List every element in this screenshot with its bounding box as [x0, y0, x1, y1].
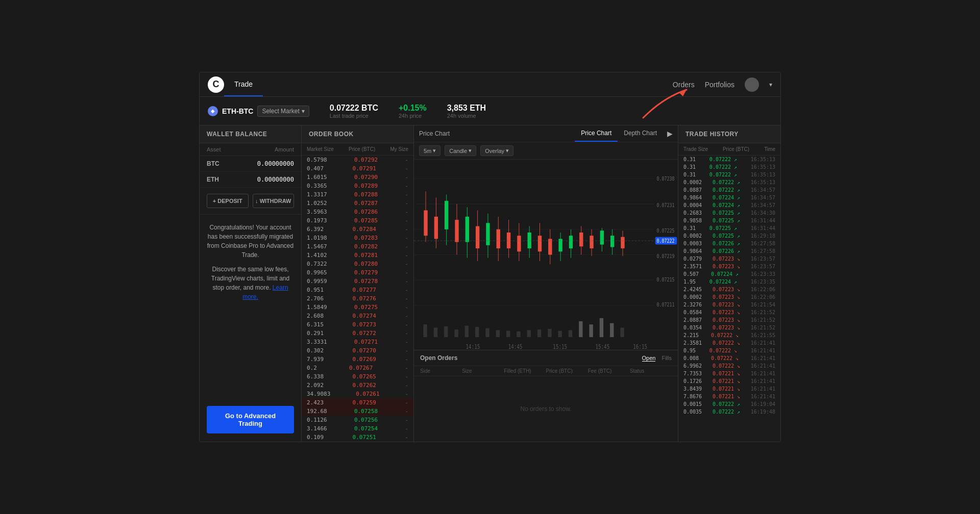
order-book-row[interactable]: 1.0252 0.07287 - — [302, 199, 413, 208]
last-trade-price: 0.07222 BTC Last trade price — [330, 104, 378, 119]
svg-text:15:45: 15:45 — [595, 343, 609, 350]
svg-rect-39 — [590, 236, 593, 248]
main-content: Wallet Balance Asset Amount BTC 0.000000… — [200, 125, 780, 442]
order-book-row[interactable]: 0.5798 0.07292 - — [302, 156, 413, 164]
order-book-row[interactable]: 1.0198 0.07283 - — [302, 234, 413, 242]
timeframe-selector[interactable]: 5m ▾ — [419, 145, 440, 156]
candlestick-svg: 0.07238 0.07231 0.07225 0.07222 0.07219 … — [414, 160, 678, 350]
trade-history-columns: Trade Size Price (BTC) Time — [678, 143, 780, 156]
wallet-table-header: Asset Amount — [200, 143, 301, 156]
order-book-row[interactable]: 0.2 0.07267 - — [302, 364, 413, 372]
order-book-row[interactable]: 0.7322 0.07280 - — [302, 260, 413, 268]
trade-history-row: 0.008 0.07222 ↘ 16:21:41 — [678, 354, 780, 362]
order-book-row[interactable]: 0.951 0.07277 - — [302, 286, 413, 294]
order-book-panel: Order Book Market Size Price (BTC) My Si… — [302, 125, 414, 442]
chart-panel: Price Chart Price Chart Depth Chart ▶ 5m… — [414, 125, 678, 442]
nav-portfolios[interactable]: Portfolios — [705, 81, 734, 89]
goto-advanced-trading-button[interactable]: Go to Advanced Trading — [207, 406, 294, 433]
svg-rect-19 — [486, 223, 489, 245]
order-book-row[interactable]: 2.608 0.07274 - — [302, 312, 413, 320]
order-book-row[interactable]: 192.68 0.07258 - — [302, 407, 413, 416]
coinbase-logo[interactable]: C — [208, 76, 224, 93]
order-book-row[interactable]: 3.1466 0.07254 - — [302, 424, 413, 433]
user-menu-chevron[interactable]: ▾ — [769, 81, 772, 88]
svg-rect-17 — [476, 226, 479, 249]
svg-text:0.07211: 0.07211 — [656, 301, 674, 307]
order-book-row[interactable]: 0.1973 0.07285 - — [302, 216, 413, 225]
svg-rect-45 — [621, 237, 624, 248]
order-book-row[interactable]: 1.5849 0.07275 - — [302, 303, 413, 312]
order-book-row[interactable]: 2.423 0.07259 - — [302, 398, 413, 407]
svg-rect-66 — [537, 329, 541, 337]
price-change: +0.15% 24h price — [399, 104, 427, 119]
chart-expand-btn[interactable]: ▶ — [667, 130, 673, 138]
order-book-row[interactable]: 2.092 0.07262 - — [302, 381, 413, 390]
svg-rect-71 — [589, 324, 593, 337]
order-book-row[interactable]: 0.9959 0.07278 - — [302, 277, 413, 286]
order-book-row[interactable]: 7.939 0.07269 - — [302, 355, 413, 364]
svg-text:0.07222: 0.07222 — [656, 238, 674, 244]
withdraw-button[interactable]: ↓ WITHDRAW — [253, 194, 295, 208]
nav-orders[interactable]: Orders — [673, 81, 695, 89]
svg-rect-27 — [527, 233, 531, 248]
trade-history-row: 0.0015 0.07222 ↗ 16:19:04 — [678, 400, 780, 408]
trade-history-row: 0.0004 0.07224 ↗ 16:34:57 — [678, 201, 780, 209]
trade-history-row: 0.31 0.07222 ↗ 16:35:13 — [678, 171, 780, 178]
order-book-row[interactable]: 2.706 0.07276 - — [302, 294, 413, 303]
trade-history-row: 0.31 0.07222 ↗ 16:35:13 — [678, 163, 780, 171]
user-avatar[interactable] — [745, 78, 759, 92]
svg-rect-41 — [600, 230, 604, 244]
svg-rect-13 — [455, 220, 458, 242]
left-panel: Wallet Balance Asset Amount BTC 0.000000… — [200, 125, 302, 442]
svg-rect-67 — [548, 329, 551, 337]
trade-history-row: 0.0584 0.07223 ↘ 16:21:52 — [678, 309, 780, 316]
order-book-row[interactable]: 1.3317 0.07288 - — [302, 190, 413, 199]
order-book-row[interactable]: 0.291 0.07272 - — [302, 329, 413, 338]
svg-rect-15 — [465, 217, 469, 242]
order-book-row[interactable]: 1.4102 0.07281 - — [302, 251, 413, 260]
trade-history-row: 0.0002 0.07222 ↗ 16:35:13 — [678, 178, 780, 186]
nav-tabs: Trade — [224, 72, 263, 96]
top-nav: C Trade Orders Portfolios ▾ — [200, 72, 780, 97]
order-book-row[interactable]: 6.392 0.07284 - — [302, 225, 413, 234]
trade-history-header: Trade History — [678, 125, 780, 143]
order-book-row[interactable]: 34.9083 0.07261 - — [302, 390, 413, 398]
svg-text:14:45: 14:45 — [508, 343, 523, 350]
svg-rect-23 — [507, 233, 510, 248]
svg-text:15:15: 15:15 — [553, 343, 567, 350]
order-book-row[interactable]: 1.6015 0.07290 - — [302, 173, 413, 182]
select-market-btn[interactable]: Select Market ▾ — [257, 106, 309, 117]
order-book-row[interactable]: 6.338 0.07265 - — [302, 372, 413, 381]
order-book-row[interactable]: 0.109 0.07251 - — [302, 433, 413, 442]
svg-text:0.07231: 0.07231 — [656, 202, 674, 208]
order-book-row[interactable]: 1.5467 0.07282 - — [302, 242, 413, 251]
chart-tab-depth[interactable]: Depth Chart — [618, 125, 663, 142]
overlay-selector[interactable]: Overlay ▾ — [480, 145, 513, 156]
order-book-row[interactable]: 6.315 0.07273 - — [302, 320, 413, 329]
wallet-actions: + DEPOSIT ↓ WITHDRAW — [200, 188, 301, 214]
svg-rect-29 — [538, 236, 542, 251]
trade-history-row: 0.31 0.07222 ↗ 16:35:13 — [678, 156, 780, 163]
order-book-row[interactable]: 3.3331 0.07271 - — [302, 338, 413, 346]
trade-history-row: 2.4245 0.07223 ↘ 16:22:06 — [678, 286, 780, 293]
chart-area: 0.07238 0.07231 0.07225 0.07222 0.07219 … — [414, 160, 678, 350]
svg-text:0.07238: 0.07238 — [656, 175, 674, 182]
candle-type-selector[interactable]: Candle ▾ — [445, 145, 476, 156]
trade-history-row: 6.9962 0.07222 ↘ 16:21:41 — [678, 362, 780, 370]
order-book-row[interactable]: 0.9965 0.07279 - — [302, 268, 413, 277]
deposit-button[interactable]: + DEPOSIT — [207, 194, 249, 208]
pair-name: ETH-BTC — [222, 107, 253, 115]
order-book-row[interactable]: 0.3365 0.07289 - — [302, 182, 413, 190]
order-book-row[interactable]: 0.302 0.07270 - — [302, 346, 413, 355]
order-book-row[interactable]: 0.407 0.07291 - — [302, 164, 413, 173]
oo-tab-open[interactable]: Open — [642, 355, 656, 362]
order-book-row[interactable]: 3.5963 0.07286 - — [302, 208, 413, 216]
wallet-header: Wallet Balance — [200, 125, 301, 143]
order-book-row[interactable]: 0.1126 0.07256 - — [302, 416, 413, 424]
trade-history-row: 0.0279 0.07223 ↘ 16:23:57 — [678, 255, 780, 263]
trade-history-row: 0.0354 0.07223 ↘ 16:21:52 — [678, 324, 780, 331]
oo-tab-fills[interactable]: Fills — [662, 355, 672, 362]
chart-tab-price[interactable]: Price Chart — [575, 125, 618, 142]
no-orders-message: No orders to show. — [414, 376, 678, 442]
nav-tab-trade[interactable]: Trade — [224, 72, 263, 96]
